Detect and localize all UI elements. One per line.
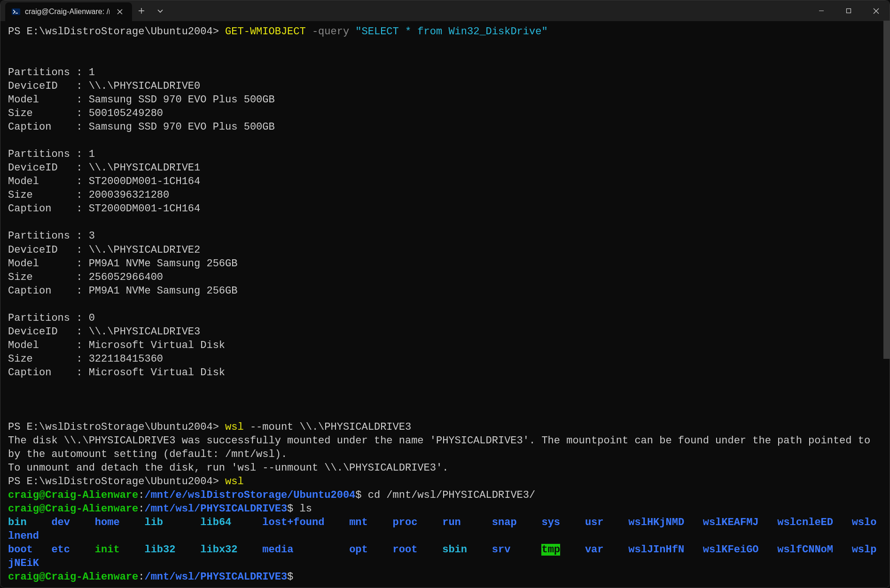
ls-entry: tmp bbox=[541, 544, 560, 556]
terminal-line: Size : 2000396321280 bbox=[8, 188, 882, 202]
ls-entry: snap bbox=[492, 517, 517, 528]
ls-entry: mnt bbox=[349, 517, 368, 528]
drive-model: Model : PM9A1 NVMe Samsung 256GB bbox=[8, 258, 237, 270]
ls-entry: media bbox=[262, 544, 293, 556]
terminal-line bbox=[8, 216, 882, 229]
drive-size: Size : 2000396321280 bbox=[8, 189, 169, 201]
terminal-line: DeviceID : \\.\PHYSICALDRIVE3 bbox=[8, 325, 882, 339]
terminal-line: Partitions : 3 bbox=[8, 229, 882, 243]
drive-size: Size : 500105249280 bbox=[8, 108, 163, 119]
drive-caption: Caption : Microsoft Virtual Disk bbox=[8, 367, 225, 379]
ls-entry: wslfCNNoM bbox=[777, 544, 833, 556]
cmd-arg: "SELECT * from Win32_DiskDrive" bbox=[355, 26, 547, 38]
bash-path: /mnt/wsl/PHYSICALDRIVE3 bbox=[144, 503, 287, 515]
drive-partitions: Partitions : 1 bbox=[8, 67, 95, 78]
ls-entry: bin bbox=[8, 517, 27, 528]
maximize-button[interactable] bbox=[835, 0, 862, 21]
terminal-line: Caption : Microsoft Virtual Disk bbox=[8, 366, 882, 379]
mount-output: To unmount and detach the disk, run 'wsl… bbox=[8, 462, 448, 474]
terminal-line bbox=[8, 52, 882, 66]
drive-deviceid: DeviceID : \\.\PHYSICALDRIVE0 bbox=[8, 80, 200, 92]
tab-title: craig@Craig-Alienware: /mnt/w bbox=[25, 8, 109, 16]
bash-path: /mnt/e/wslDistroStorage/Ubuntu2004 bbox=[144, 489, 355, 501]
drive-model: Model : Microsoft Virtual Disk bbox=[8, 340, 225, 351]
terminal-line: PS E:\wslDistroStorage\Ubuntu2004> GET-W… bbox=[8, 25, 882, 39]
terminal-line: Partitions : 1 bbox=[8, 147, 882, 161]
drive-caption: Caption : Samsung SSD 970 EVO Plus 500GB bbox=[8, 121, 275, 133]
terminal-line: Caption : Samsung SSD 970 EVO Plus 500GB bbox=[8, 120, 882, 134]
drive-model: Model : Samsung SSD 970 EVO Plus 500GB bbox=[8, 94, 275, 106]
terminal-line: Caption : PM9A1 NVMe Samsung 256GB bbox=[8, 284, 882, 298]
terminal-line bbox=[8, 393, 882, 407]
drive-partitions: Partitions : 3 bbox=[8, 230, 95, 242]
ls-entry: srv bbox=[492, 544, 511, 556]
terminal-line: Partitions : 1 bbox=[8, 66, 882, 79]
terminal-line: Partitions : 0 bbox=[8, 311, 882, 325]
titlebar-drag-region[interactable] bbox=[170, 0, 808, 21]
ls-entry: sbin bbox=[442, 544, 467, 556]
cmdlet-name: wsl bbox=[225, 476, 244, 487]
terminal-line: craig@Craig-Alienware:/mnt/wsl/PHYSICALD… bbox=[8, 502, 882, 516]
ls-entry: opt bbox=[349, 544, 368, 556]
ls-entry: run bbox=[442, 517, 461, 528]
cmd-flag: -query bbox=[312, 26, 349, 38]
ls-entry: home bbox=[95, 517, 120, 528]
close-tab-button[interactable] bbox=[114, 8, 125, 15]
ls-entry: lib64 bbox=[200, 517, 231, 528]
bash-user: craig@Craig-Alienware bbox=[8, 503, 138, 515]
ls-entry: dev bbox=[51, 517, 70, 528]
ls-entry: sys bbox=[541, 517, 560, 528]
terminal-line: boot etc init lib32 libx32 media opt roo… bbox=[8, 543, 882, 570]
svg-rect-0 bbox=[12, 8, 20, 15]
drive-deviceid: DeviceID : \\.\PHYSICALDRIVE2 bbox=[8, 244, 200, 256]
ls-entry: wslHKjNMD bbox=[628, 517, 684, 528]
terminal-line: Model : ST2000DM001-1CH164 bbox=[8, 175, 882, 188]
terminal-pane[interactable]: PS E:\wslDistroStorage\Ubuntu2004> GET-W… bbox=[0, 21, 890, 588]
ls-entry: wslKEAFMJ bbox=[703, 517, 759, 528]
ls-entry: etc bbox=[51, 544, 70, 556]
terminal-line: PS E:\wslDistroStorage\Ubuntu2004> wsl bbox=[8, 475, 882, 488]
cmd-args: --mount \\.\PHYSICALDRIVE3 bbox=[244, 421, 411, 433]
terminal-line: Caption : ST2000DM001-1CH164 bbox=[8, 202, 882, 216]
terminal-window: craig@Craig-Alienware: /mnt/w PS E:\wslD… bbox=[0, 0, 890, 588]
scrollbar-track[interactable] bbox=[883, 21, 890, 588]
drive-deviceid: DeviceID : \\.\PHYSICALDRIVE3 bbox=[8, 326, 200, 338]
drive-caption: Caption : PM9A1 NVMe Samsung 256GB bbox=[8, 285, 237, 297]
ls-entry: lib bbox=[144, 517, 163, 528]
ls-entry: lib32 bbox=[144, 544, 175, 556]
cmdlet-name: wsl bbox=[225, 421, 244, 433]
minimize-button[interactable] bbox=[808, 0, 835, 21]
ps-prompt: PS E:\wslDistroStorage\Ubuntu2004> bbox=[8, 26, 225, 38]
terminal-line bbox=[8, 298, 882, 311]
new-tab-button[interactable] bbox=[132, 0, 151, 21]
terminal-line: To unmount and detach the disk, run 'wsl… bbox=[8, 461, 882, 475]
ps-prompt: PS E:\wslDistroStorage\Ubuntu2004> bbox=[8, 476, 225, 487]
ls-entry: wslKFeiGO bbox=[703, 544, 759, 556]
terminal-line bbox=[8, 379, 882, 393]
drive-size: Size : 322118415360 bbox=[8, 353, 163, 365]
bash-user: craig@Craig-Alienware bbox=[8, 489, 138, 501]
scrollbar-thumb[interactable] bbox=[883, 21, 890, 359]
ls-entry: wslJInHfN bbox=[628, 544, 684, 556]
terminal-line: PS E:\wslDistroStorage\Ubuntu2004> wsl -… bbox=[8, 420, 882, 434]
ls-entry: init bbox=[95, 544, 120, 556]
svg-rect-1 bbox=[847, 9, 851, 13]
terminal-line bbox=[8, 39, 882, 52]
terminal-line: Size : 256052966400 bbox=[8, 271, 882, 284]
drive-model: Model : ST2000DM001-1CH164 bbox=[8, 176, 200, 187]
ls-entry: boot bbox=[8, 544, 33, 556]
terminal-line: The disk \\.\PHYSICALDRIVE3 was successf… bbox=[8, 434, 882, 461]
terminal-line: Model : PM9A1 NVMe Samsung 256GB bbox=[8, 257, 882, 271]
cmdlet-name: GET-WMIOBJECT bbox=[225, 26, 306, 38]
terminal-line: bin dev home lib lib64 lost+found mnt pr… bbox=[8, 516, 882, 543]
terminal-line: DeviceID : \\.\PHYSICALDRIVE1 bbox=[8, 161, 882, 175]
close-window-button[interactable] bbox=[862, 0, 890, 21]
ls-entry: lost+found bbox=[262, 517, 324, 528]
terminal-line: craig@Craig-Alienware:/mnt/e/wslDistroSt… bbox=[8, 488, 882, 502]
mount-output: The disk \\.\PHYSICALDRIVE3 was successf… bbox=[8, 435, 876, 460]
tab-dropdown-button[interactable] bbox=[151, 0, 170, 21]
bash-user: craig@Craig-Alienware bbox=[8, 571, 138, 583]
powershell-icon bbox=[12, 8, 20, 16]
tab-active[interactable]: craig@Craig-Alienware: /mnt/w bbox=[5, 2, 132, 21]
ps-prompt: PS E:\wslDistroStorage\Ubuntu2004> bbox=[8, 421, 225, 433]
